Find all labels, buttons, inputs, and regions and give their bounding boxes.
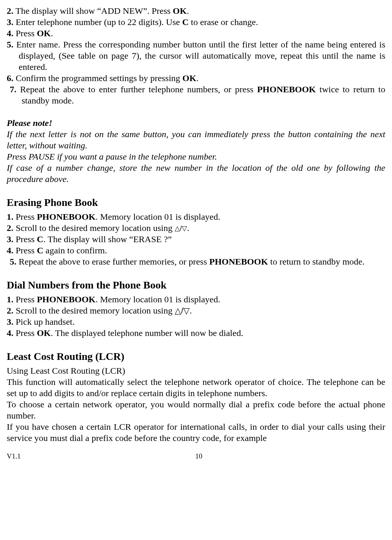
heading-dial: Dial Numbers from the Phone Book: [7, 278, 385, 291]
step-num: 3.: [7, 317, 13, 327]
step-text-a: Press: [13, 328, 37, 338]
step-num: 3.: [7, 17, 13, 27]
step-num: 1.: [7, 294, 13, 304]
step-text-a: Repeat the above to erase further memori…: [16, 257, 209, 266]
step-bold: OK: [37, 28, 51, 38]
step-num: 5.: [7, 40, 13, 49]
step-bold: PHONEBOOK: [257, 84, 316, 94]
dial-step-4: 4. Press OK. The displayed telephone num…: [7, 327, 385, 339]
step-bold: C: [37, 234, 43, 244]
erase-step-3: 3. Press C. The display will show “ERASE…: [7, 234, 385, 245]
step-2: 2. The display will show “ADD NEW”. Pres…: [7, 5, 385, 16]
step-bold: OK: [183, 73, 196, 83]
lcr-subtitle: Using Least Cost Routing (LCR): [7, 365, 385, 376]
step-bold: OK: [173, 6, 187, 16]
lcr-p2: To choose a certain network operator, yo…: [7, 399, 385, 421]
step-num: 2.: [7, 223, 13, 233]
dial-step-2: 2. Scroll to the desired memory location…: [7, 305, 385, 316]
step-6: 6. Confirm the programmed settings by pr…: [7, 72, 385, 84]
step-text-c: .: [51, 28, 53, 38]
step-4: 4. Press OK.: [7, 28, 385, 39]
step-text-a: Enter telephone number (up to 22 digits)…: [13, 17, 182, 27]
dial-step-3: 3. Pick up handset.: [7, 316, 385, 327]
step-bold: C: [37, 246, 43, 255]
step-text-c: .: [190, 306, 192, 315]
page-footer: V1.1 10: [7, 452, 385, 461]
lcr-p1: This function will automatically select …: [7, 376, 385, 399]
step-text-c: again to confirm.: [43, 246, 107, 255]
step-num: 5.: [10, 257, 16, 266]
updown-icon: △/▽: [175, 225, 187, 232]
step-text-c: . Memory location 01 is displayed.: [96, 294, 220, 304]
step-text-c: . Memory location 01 is displayed.: [96, 212, 220, 222]
dial-step-1: 1. Press PHONEBOOK. Memory location 01 i…: [7, 294, 385, 305]
footer-page: 10: [195, 452, 202, 461]
step-text: Enter name. Press the corresponding numb…: [13, 40, 385, 72]
footer-version: V1.1: [7, 452, 21, 461]
note-p1: If the next letter is not on the same bu…: [7, 129, 385, 151]
step-text-a: The display will show “ADD NEW”. Press: [13, 6, 173, 16]
heading-lcr: Least Cost Routing (LCR): [7, 350, 385, 363]
note-p3: If case of a number change, store the ne…: [7, 162, 385, 185]
step-bold: C: [182, 17, 189, 27]
step-text-a: Scroll to the desired memory location us…: [13, 306, 175, 315]
step-text-a: Press: [13, 234, 37, 244]
step-num: 2.: [7, 306, 13, 315]
step-text-a: Confirm the programmed settings by press…: [13, 73, 183, 83]
step-text-c: to erase or change.: [189, 17, 258, 27]
step-num: 2.: [7, 6, 13, 16]
step-bold: OK: [37, 328, 51, 338]
step-num: 3.: [7, 234, 13, 244]
step-text-a: Press: [13, 28, 37, 38]
step-text-c: .: [187, 223, 189, 233]
step-num: 4.: [7, 246, 13, 255]
step-text-a: Press: [13, 294, 37, 304]
step-text-a: Press: [13, 246, 37, 255]
step-num: 4.: [7, 28, 13, 38]
step-text-c: . The display will show “ERASE ?”: [43, 234, 172, 244]
step-5: 5. Enter name. Press the corresponding n…: [7, 39, 385, 72]
step-num: 1.: [7, 212, 13, 222]
note-p2: Press PAUSE if you want a pause in the t…: [7, 151, 385, 162]
step-text-a: Press: [13, 212, 37, 222]
updown-icon: △/▽: [175, 306, 190, 315]
erase-step-4: 4. Press C again to confirm.: [7, 245, 385, 256]
step-num: 7.: [10, 84, 16, 94]
step-text-c: .: [196, 73, 199, 83]
step-bold: PHONEBOOK: [37, 212, 96, 222]
erase-step-5: 5. Repeat the above to erase further mem…: [7, 256, 385, 267]
step-text-a: Repeat the above to enter further teleph…: [16, 84, 257, 94]
step-text-c: . The displayed telephone number will no…: [51, 328, 243, 338]
step-text-a: Scroll to the desired memory location us…: [13, 223, 175, 233]
step-text-c: .: [187, 6, 189, 16]
step-num: 4.: [7, 328, 13, 338]
heading-erase: Erasing Phone Book: [7, 196, 385, 209]
note-title: Please note!: [7, 117, 385, 129]
step-num: 6.: [7, 73, 13, 83]
lcr-p3: If you have chosen a certain LCR operato…: [7, 421, 385, 444]
step-bold: PHONEBOOK: [37, 294, 96, 304]
step-text: Pick up handset.: [13, 317, 75, 327]
erase-step-1: 1. Press PHONEBOOK. Memory location 01 i…: [7, 211, 385, 222]
step-7: 7. Repeat the above to enter further tel…: [7, 84, 385, 106]
step-3: 3. Enter telephone number (up to 22 digi…: [7, 16, 385, 28]
erase-step-2: 2. Scroll to the desired memory location…: [7, 222, 385, 234]
step-bold: PHONEBOOK: [209, 257, 268, 266]
step-text-c: to return to standby mode.: [268, 257, 365, 266]
